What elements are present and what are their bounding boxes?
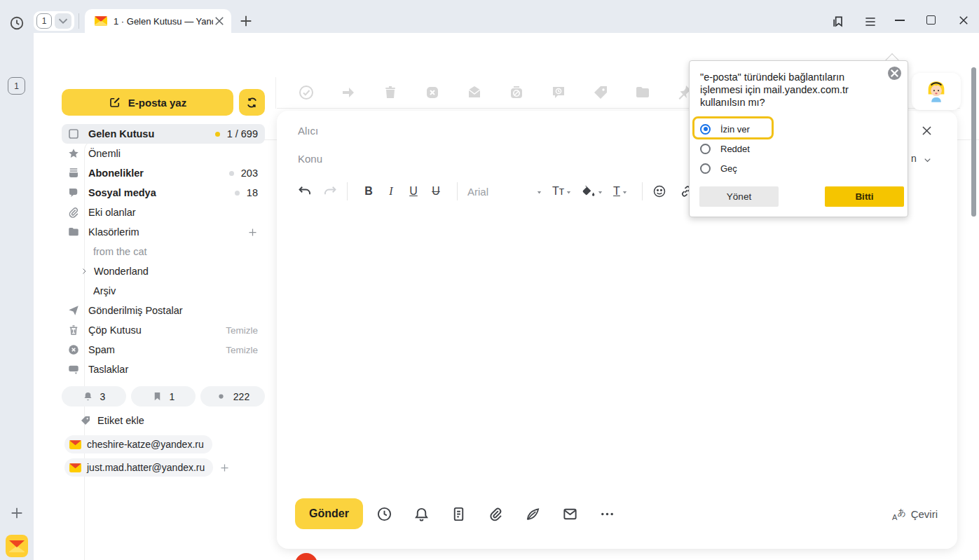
folder-action[interactable]: Temizle	[226, 325, 258, 336]
font-family-select[interactable]: Arial	[467, 186, 535, 198]
add-label-text: Etiket ekle	[97, 415, 144, 426]
chevron-right-icon[interactable]	[80, 267, 88, 275]
chevron-down-icon[interactable]	[566, 189, 572, 196]
mail-icon	[69, 440, 81, 449]
folder-item[interactable]: from the cat	[62, 242, 265, 261]
redo-icon[interactable]	[323, 184, 337, 198]
tag-fill-icon[interactable]	[592, 84, 609, 101]
folder-item[interactable]: Wonderland	[62, 261, 265, 281]
window-close-button[interactable]	[957, 14, 970, 27]
chevron-down-icon[interactable]	[622, 189, 628, 196]
folder-label: Gönderilmiş Postalar	[88, 305, 258, 316]
counter-pill[interactable]: 222	[200, 386, 265, 407]
trash-fill-icon[interactable]	[382, 84, 399, 101]
star-icon	[67, 147, 80, 160]
folder-item[interactable]: Klasörlerim	[62, 222, 265, 242]
tab-group[interactable]: 1	[34, 11, 74, 31]
emoji-icon[interactable]	[652, 184, 666, 198]
folder-count: 203	[241, 168, 258, 179]
counter-pill[interactable]: 1	[131, 386, 196, 407]
add-account-icon[interactable]	[219, 463, 230, 473]
spam-fill-icon[interactable]	[424, 84, 441, 101]
window-maximize-button[interactable]	[926, 15, 936, 25]
new-tab-button[interactable]	[238, 13, 254, 29]
folder-label: Arşiv	[93, 285, 258, 296]
more-icon[interactable]	[599, 506, 615, 522]
font-size-button[interactable]: Tт	[552, 185, 564, 198]
subject-input[interactable]	[298, 150, 690, 167]
chevron-down-icon[interactable]	[922, 155, 933, 165]
strikethrough-button[interactable]: U	[425, 185, 447, 198]
snooze-icon[interactable]	[508, 84, 525, 101]
sidebar-add-icon[interactable]	[9, 505, 25, 521]
recipient-input[interactable]	[298, 122, 690, 139]
folder-item[interactable]: Taslaklar	[62, 360, 265, 379]
bookmarks-panel-icon[interactable]	[831, 15, 845, 29]
add-folder-icon[interactable]	[247, 227, 258, 238]
history-icon[interactable]	[9, 15, 25, 31]
reminder-icon[interactable]	[550, 84, 567, 101]
add-label-button[interactable]: Etiket ekle	[80, 415, 144, 426]
bookmark-icon	[152, 391, 163, 402]
column-divider	[275, 77, 276, 109]
undo-icon[interactable]	[298, 184, 312, 198]
template-icon[interactable]	[451, 506, 467, 522]
avatar-card[interactable]	[912, 73, 961, 110]
folder-item[interactable]: SpamTemizle	[62, 340, 265, 360]
radio-icon[interactable]	[700, 144, 711, 154]
folder-fill-icon[interactable]	[634, 84, 651, 101]
bold-button[interactable]: B	[357, 185, 380, 198]
active-tab[interactable]: 1 · Gelen Kutusu — Yand	[85, 9, 231, 33]
envelope-outline-icon[interactable]	[562, 506, 578, 522]
workspace-badge[interactable]: 1	[8, 77, 25, 95]
forward-icon[interactable]	[340, 84, 357, 101]
tag-icon	[80, 415, 91, 426]
counter-pill[interactable]: 3	[62, 386, 126, 407]
folder-item[interactable]: Eki olanlar	[62, 203, 265, 222]
send-button[interactable]: Gönder	[295, 498, 363, 529]
popup-radio-option[interactable]: Geç	[700, 158, 896, 178]
popup-close-icon[interactable]	[888, 67, 901, 80]
mail-refresh-button[interactable]	[239, 89, 265, 116]
folder-item[interactable]: Önemli	[62, 144, 265, 163]
folders-icon	[67, 226, 80, 238]
translate-button[interactable]: Aあ Çeviri	[892, 498, 938, 529]
account-pill[interactable]: cheshire-katze@yandex.ru	[64, 435, 212, 453]
radio-icon[interactable]	[700, 124, 711, 135]
pen-icon[interactable]	[525, 506, 541, 522]
radio-icon[interactable]	[700, 163, 711, 174]
counter-value: 1	[170, 391, 175, 402]
folder-action[interactable]: Temizle	[226, 345, 258, 355]
chevron-down-icon[interactable]	[597, 189, 603, 196]
manage-button[interactable]: Yönet	[699, 186, 779, 207]
tab-close-icon[interactable]	[213, 15, 226, 27]
yandex-mail-app-icon[interactable]	[6, 535, 28, 557]
chevron-down-icon[interactable]	[55, 13, 71, 29]
popup-radio-option[interactable]: Reddet	[700, 139, 896, 158]
folder-item[interactable]: Gelen Kutusu1 / 699	[62, 124, 265, 144]
bell-outline-icon[interactable]	[413, 506, 430, 522]
scrollbar-thumb[interactable]	[971, 67, 976, 217]
attachment-icon	[67, 206, 80, 219]
text-color-button[interactable]: T	[613, 185, 620, 198]
compose-button[interactable]: E-posta yaz	[62, 89, 233, 116]
menu-icon[interactable]	[863, 15, 877, 29]
account-pill[interactable]: just.mad.hatter@yandex.ru	[64, 458, 213, 477]
underline-button[interactable]: U	[402, 185, 425, 198]
popup-radio-option[interactable]: İzin ver	[700, 119, 896, 139]
window-minimize-button[interactable]	[895, 20, 905, 21]
folder-item[interactable]: Çöp KutusuTemizle	[62, 320, 265, 340]
done-button[interactable]: Bitti	[825, 186, 904, 207]
folder-item[interactable]: Sosyal medya18	[62, 183, 265, 203]
folder-item[interactable]: Arşiv	[62, 281, 265, 301]
check-circle-icon[interactable]	[298, 84, 315, 101]
clock-icon[interactable]	[376, 506, 392, 522]
folder-item[interactable]: Abonelikler203	[62, 163, 265, 183]
folder-item[interactable]: Gönderilmiş Postalar	[62, 301, 265, 320]
envelope-fill-icon[interactable]	[466, 84, 483, 101]
fill-color-icon[interactable]	[582, 184, 596, 198]
attachment-icon[interactable]	[488, 506, 504, 522]
italic-button[interactable]: I	[380, 185, 402, 198]
chevron-down-icon[interactable]	[536, 189, 542, 196]
compose-close-icon[interactable]	[920, 124, 933, 137]
